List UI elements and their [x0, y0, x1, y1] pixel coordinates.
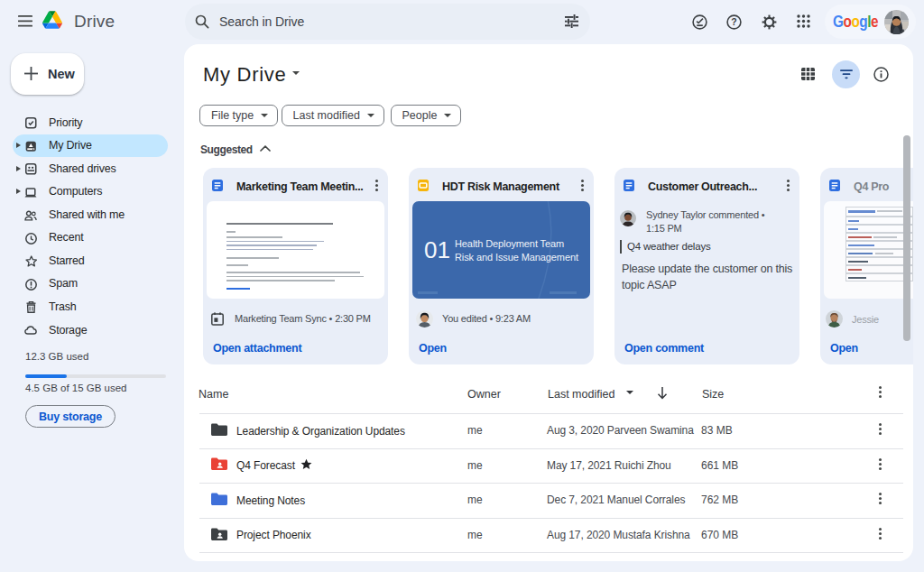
svg-text:?: ? [731, 16, 736, 27]
